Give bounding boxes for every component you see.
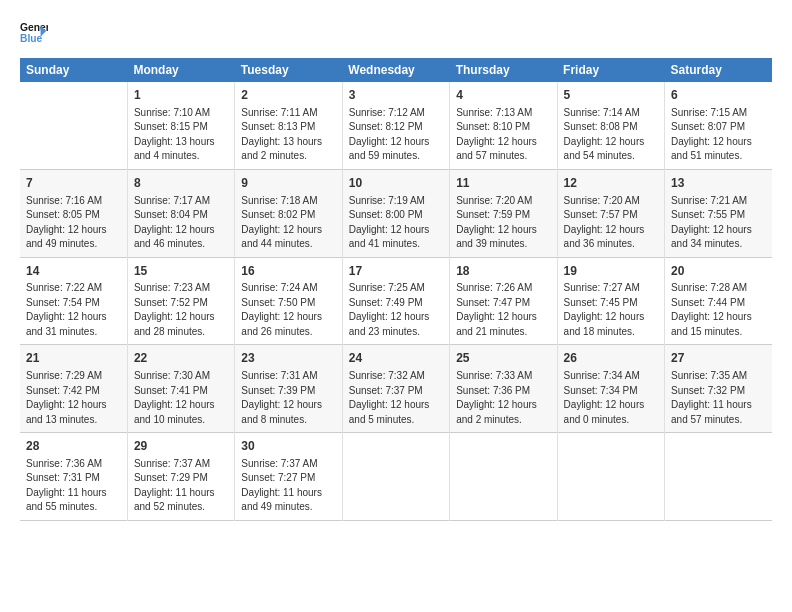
header-cell-saturday: Saturday xyxy=(665,58,772,82)
week-row-4: 28Sunrise: 7:36 AM Sunset: 7:31 PM Dayli… xyxy=(20,433,772,521)
day-text: Sunrise: 7:29 AM Sunset: 7:42 PM Dayligh… xyxy=(26,369,121,427)
day-cell: 17Sunrise: 7:25 AM Sunset: 7:49 PM Dayli… xyxy=(342,257,449,345)
day-cell: 5Sunrise: 7:14 AM Sunset: 8:08 PM Daylig… xyxy=(557,82,664,169)
week-row-3: 21Sunrise: 7:29 AM Sunset: 7:42 PM Dayli… xyxy=(20,345,772,433)
header-row: SundayMondayTuesdayWednesdayThursdayFrid… xyxy=(20,58,772,82)
day-cell xyxy=(450,433,557,521)
day-cell: 30Sunrise: 7:37 AM Sunset: 7:27 PM Dayli… xyxy=(235,433,342,521)
week-row-2: 14Sunrise: 7:22 AM Sunset: 7:54 PM Dayli… xyxy=(20,257,772,345)
day-cell: 19Sunrise: 7:27 AM Sunset: 7:45 PM Dayli… xyxy=(557,257,664,345)
day-number: 9 xyxy=(241,175,335,192)
day-text: Sunrise: 7:17 AM Sunset: 8:04 PM Dayligh… xyxy=(134,194,228,252)
day-number: 3 xyxy=(349,87,443,104)
day-number: 13 xyxy=(671,175,766,192)
day-number: 16 xyxy=(241,263,335,280)
day-cell: 4Sunrise: 7:13 AM Sunset: 8:10 PM Daylig… xyxy=(450,82,557,169)
day-text: Sunrise: 7:20 AM Sunset: 7:59 PM Dayligh… xyxy=(456,194,550,252)
day-cell: 16Sunrise: 7:24 AM Sunset: 7:50 PM Dayli… xyxy=(235,257,342,345)
day-cell: 1Sunrise: 7:10 AM Sunset: 8:15 PM Daylig… xyxy=(127,82,234,169)
calendar-table: SundayMondayTuesdayWednesdayThursdayFrid… xyxy=(20,58,772,521)
day-cell: 8Sunrise: 7:17 AM Sunset: 8:04 PM Daylig… xyxy=(127,169,234,257)
day-number: 30 xyxy=(241,438,335,455)
day-number: 18 xyxy=(456,263,550,280)
day-text: Sunrise: 7:27 AM Sunset: 7:45 PM Dayligh… xyxy=(564,281,658,339)
header-cell-thursday: Thursday xyxy=(450,58,557,82)
day-cell: 2Sunrise: 7:11 AM Sunset: 8:13 PM Daylig… xyxy=(235,82,342,169)
logo: General Blue xyxy=(20,18,48,46)
day-number: 29 xyxy=(134,438,228,455)
page: General Blue SundayMondayTuesdayWednesda… xyxy=(0,0,792,531)
day-cell: 29Sunrise: 7:37 AM Sunset: 7:29 PM Dayli… xyxy=(127,433,234,521)
day-cell: 7Sunrise: 7:16 AM Sunset: 8:05 PM Daylig… xyxy=(20,169,127,257)
day-number: 17 xyxy=(349,263,443,280)
day-text: Sunrise: 7:31 AM Sunset: 7:39 PM Dayligh… xyxy=(241,369,335,427)
day-text: Sunrise: 7:13 AM Sunset: 8:10 PM Dayligh… xyxy=(456,106,550,164)
header-cell-sunday: Sunday xyxy=(20,58,127,82)
day-number: 12 xyxy=(564,175,658,192)
day-text: Sunrise: 7:11 AM Sunset: 8:13 PM Dayligh… xyxy=(241,106,335,164)
day-cell: 20Sunrise: 7:28 AM Sunset: 7:44 PM Dayli… xyxy=(665,257,772,345)
day-number: 20 xyxy=(671,263,766,280)
day-number: 25 xyxy=(456,350,550,367)
day-cell: 28Sunrise: 7:36 AM Sunset: 7:31 PM Dayli… xyxy=(20,433,127,521)
day-text: Sunrise: 7:35 AM Sunset: 7:32 PM Dayligh… xyxy=(671,369,766,427)
day-text: Sunrise: 7:23 AM Sunset: 7:52 PM Dayligh… xyxy=(134,281,228,339)
day-number: 1 xyxy=(134,87,228,104)
day-cell: 9Sunrise: 7:18 AM Sunset: 8:02 PM Daylig… xyxy=(235,169,342,257)
day-cell xyxy=(342,433,449,521)
calendar-body: 1Sunrise: 7:10 AM Sunset: 8:15 PM Daylig… xyxy=(20,82,772,520)
day-cell: 25Sunrise: 7:33 AM Sunset: 7:36 PM Dayli… xyxy=(450,345,557,433)
day-number: 22 xyxy=(134,350,228,367)
day-cell: 18Sunrise: 7:26 AM Sunset: 7:47 PM Dayli… xyxy=(450,257,557,345)
day-text: Sunrise: 7:37 AM Sunset: 7:27 PM Dayligh… xyxy=(241,457,335,515)
day-number: 2 xyxy=(241,87,335,104)
day-text: Sunrise: 7:37 AM Sunset: 7:29 PM Dayligh… xyxy=(134,457,228,515)
day-number: 15 xyxy=(134,263,228,280)
day-cell xyxy=(665,433,772,521)
svg-text:Blue: Blue xyxy=(20,33,43,44)
day-text: Sunrise: 7:25 AM Sunset: 7:49 PM Dayligh… xyxy=(349,281,443,339)
day-text: Sunrise: 7:20 AM Sunset: 7:57 PM Dayligh… xyxy=(564,194,658,252)
day-number: 27 xyxy=(671,350,766,367)
day-cell: 27Sunrise: 7:35 AM Sunset: 7:32 PM Dayli… xyxy=(665,345,772,433)
day-cell: 24Sunrise: 7:32 AM Sunset: 7:37 PM Dayli… xyxy=(342,345,449,433)
day-cell: 11Sunrise: 7:20 AM Sunset: 7:59 PM Dayli… xyxy=(450,169,557,257)
day-text: Sunrise: 7:26 AM Sunset: 7:47 PM Dayligh… xyxy=(456,281,550,339)
day-text: Sunrise: 7:34 AM Sunset: 7:34 PM Dayligh… xyxy=(564,369,658,427)
day-text: Sunrise: 7:16 AM Sunset: 8:05 PM Dayligh… xyxy=(26,194,121,252)
day-cell: 10Sunrise: 7:19 AM Sunset: 8:00 PM Dayli… xyxy=(342,169,449,257)
day-cell xyxy=(20,82,127,169)
day-cell: 22Sunrise: 7:30 AM Sunset: 7:41 PM Dayli… xyxy=(127,345,234,433)
day-cell: 14Sunrise: 7:22 AM Sunset: 7:54 PM Dayli… xyxy=(20,257,127,345)
day-cell: 13Sunrise: 7:21 AM Sunset: 7:55 PM Dayli… xyxy=(665,169,772,257)
calendar-header: SundayMondayTuesdayWednesdayThursdayFrid… xyxy=(20,58,772,82)
day-cell: 15Sunrise: 7:23 AM Sunset: 7:52 PM Dayli… xyxy=(127,257,234,345)
day-number: 26 xyxy=(564,350,658,367)
day-text: Sunrise: 7:12 AM Sunset: 8:12 PM Dayligh… xyxy=(349,106,443,164)
day-number: 23 xyxy=(241,350,335,367)
day-text: Sunrise: 7:24 AM Sunset: 7:50 PM Dayligh… xyxy=(241,281,335,339)
week-row-1: 7Sunrise: 7:16 AM Sunset: 8:05 PM Daylig… xyxy=(20,169,772,257)
day-text: Sunrise: 7:22 AM Sunset: 7:54 PM Dayligh… xyxy=(26,281,121,339)
day-cell: 6Sunrise: 7:15 AM Sunset: 8:07 PM Daylig… xyxy=(665,82,772,169)
day-number: 19 xyxy=(564,263,658,280)
day-text: Sunrise: 7:18 AM Sunset: 8:02 PM Dayligh… xyxy=(241,194,335,252)
day-number: 7 xyxy=(26,175,121,192)
day-number: 28 xyxy=(26,438,121,455)
header-cell-wednesday: Wednesday xyxy=(342,58,449,82)
day-text: Sunrise: 7:19 AM Sunset: 8:00 PM Dayligh… xyxy=(349,194,443,252)
day-number: 24 xyxy=(349,350,443,367)
day-text: Sunrise: 7:28 AM Sunset: 7:44 PM Dayligh… xyxy=(671,281,766,339)
day-text: Sunrise: 7:21 AM Sunset: 7:55 PM Dayligh… xyxy=(671,194,766,252)
day-number: 21 xyxy=(26,350,121,367)
logo-icon: General Blue xyxy=(20,18,48,46)
header-cell-friday: Friday xyxy=(557,58,664,82)
day-text: Sunrise: 7:15 AM Sunset: 8:07 PM Dayligh… xyxy=(671,106,766,164)
day-text: Sunrise: 7:30 AM Sunset: 7:41 PM Dayligh… xyxy=(134,369,228,427)
day-text: Sunrise: 7:32 AM Sunset: 7:37 PM Dayligh… xyxy=(349,369,443,427)
day-number: 11 xyxy=(456,175,550,192)
day-number: 4 xyxy=(456,87,550,104)
day-number: 5 xyxy=(564,87,658,104)
day-text: Sunrise: 7:33 AM Sunset: 7:36 PM Dayligh… xyxy=(456,369,550,427)
day-cell: 21Sunrise: 7:29 AM Sunset: 7:42 PM Dayli… xyxy=(20,345,127,433)
